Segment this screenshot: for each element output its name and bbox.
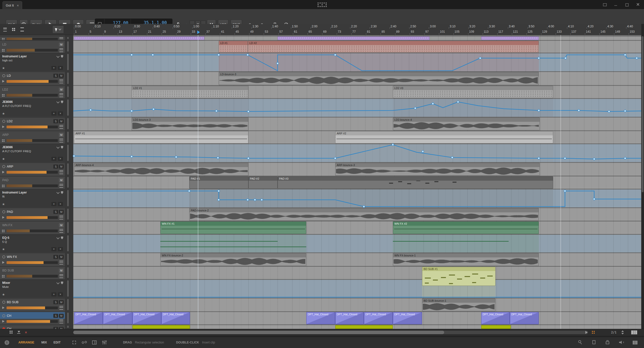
mute-button[interactable]: M xyxy=(59,268,64,273)
clip-lane[interactable]: LD2-bounce-3LD2-bounce-4 xyxy=(73,117,641,130)
pin-icon[interactable] xyxy=(61,237,63,239)
pin-icon[interactable] xyxy=(61,146,63,149)
star-icon[interactable]: ★ xyxy=(2,157,5,161)
record-arm-button[interactable] xyxy=(2,120,5,123)
track-header-ld2[interactable]: LD2SM xyxy=(0,117,65,130)
automation-lane-header-je8086[interactable]: JE8086A FLT CUTOFF FREQ★+× xyxy=(0,99,65,117)
clip-dpt-hat-closed[interactable]: DPT_Hat_Closed xyxy=(393,312,422,324)
track-header-ld[interactable]: LDM xyxy=(0,41,65,53)
display-profile-icon[interactable] xyxy=(603,3,607,7)
remove-automation-lane-button[interactable]: × xyxy=(58,292,63,296)
add-automation-lane-button[interactable]: + xyxy=(51,157,56,161)
grid-view-button[interactable] xyxy=(10,26,17,33)
pin-icon[interactable] xyxy=(61,101,63,103)
solo-button[interactable]: S xyxy=(53,210,58,214)
automation-parameter[interactable]: A FLT CUTOFF FREQ xyxy=(0,149,65,153)
chevron-down-icon[interactable] xyxy=(56,145,60,149)
maximize-icon[interactable] xyxy=(625,3,629,7)
mute-button[interactable]: M xyxy=(59,314,64,318)
automation-lane-header-instrument-layer[interactable]: Instrument Layerflt★+× xyxy=(0,189,65,207)
chevron-down-icon[interactable] xyxy=(56,281,60,284)
track-header-arp[interactable]: ARPSM xyxy=(0,163,65,176)
track-header-arp[interactable]: ARPM xyxy=(0,131,65,143)
record-arm-button[interactable] xyxy=(2,301,5,304)
automation-parameter[interactable]: high oct xyxy=(0,58,65,62)
track-scroll-handle[interactable] xyxy=(67,54,69,70)
remove-automation-lane-button[interactable]: × xyxy=(58,247,63,251)
clip-arp-bounce-4[interactable]: ARP-bounce-4 xyxy=(74,163,248,176)
clip-lane[interactable]: WN FX-bounce-2WN FX-bounce-1 xyxy=(73,253,641,266)
mute-button[interactable]: M xyxy=(59,327,64,329)
play-icon[interactable] xyxy=(2,320,5,323)
automation-lane[interactable] xyxy=(73,280,641,298)
menu-icon[interactable] xyxy=(59,125,63,129)
clip-dpt-hat-closed[interactable]: DPT_Hat_Closed xyxy=(306,312,335,324)
track-header-wn-fx[interactable]: WN FXSM xyxy=(0,253,65,266)
chevron-down-icon[interactable] xyxy=(56,236,60,239)
track-header-ld[interactable]: LDSM xyxy=(0,72,65,85)
track-scroll-handle[interactable] xyxy=(67,313,69,323)
grid-icon[interactable] xyxy=(2,139,5,142)
clip-ld2-bounce-3[interactable]: LD2-bounce-3 xyxy=(132,118,248,130)
track-header-top[interactable] xyxy=(0,36,65,40)
zoom-level[interactable]: 2/1 xyxy=(611,331,617,334)
clip-pad-2[interactable]: PAD #2 xyxy=(248,176,278,189)
automation-parameter[interactable]: 5 Q xyxy=(0,240,65,243)
clip-lane[interactable]: BD SUB #1 xyxy=(73,266,641,279)
grid-icon[interactable] xyxy=(2,49,5,52)
menu-icon[interactable] xyxy=(59,93,63,97)
add-automation-lane-button[interactable]: + xyxy=(51,66,56,70)
clip-pad-3[interactable]: PAD #3 xyxy=(278,176,553,189)
track-scroll-handle[interactable] xyxy=(67,72,69,84)
grid-icon[interactable] xyxy=(2,184,5,187)
track-header-pad[interactable]: PADSM xyxy=(0,208,65,221)
mute-button[interactable]: M xyxy=(59,88,64,92)
star-icon[interactable]: ★ xyxy=(2,66,5,70)
track-scroll-handle[interactable] xyxy=(67,99,69,116)
remove-automation-lane-button[interactable]: × xyxy=(58,111,63,115)
document-icon[interactable] xyxy=(592,340,597,345)
grid-icon[interactable] xyxy=(2,275,5,278)
automation-parameter[interactable]: A FLT CUTOFF FREQ xyxy=(0,104,65,107)
track-header-ch[interactable]: CHSM xyxy=(0,325,65,329)
clip-dpt-hat-closed[interactable]: DPT_Hat_Closed xyxy=(335,312,364,324)
clip-lane[interactable]: BD SUB-bounce-1 xyxy=(73,298,641,311)
track-scroll-handle[interactable] xyxy=(67,299,69,310)
project-tab[interactable]: Got It × xyxy=(3,1,22,9)
automation-lane[interactable] xyxy=(73,99,641,117)
project-tab-close-icon[interactable]: × xyxy=(17,4,19,8)
remove-automation-lane-button[interactable]: × xyxy=(58,202,63,206)
minimize-icon[interactable] xyxy=(614,3,618,7)
clip-wn-fx-1[interactable]: WN FX #1 xyxy=(160,221,306,234)
track-scroll-handle[interactable] xyxy=(67,163,69,175)
track-scroll-handle[interactable] xyxy=(67,41,69,52)
automation-lane-header-eq-5[interactable]: EQ-55 Q★+× xyxy=(0,235,65,252)
play-icon[interactable] xyxy=(2,306,5,310)
automation-lane[interactable] xyxy=(73,53,641,71)
clip[interactable] xyxy=(481,325,511,329)
star-icon[interactable]: ★ xyxy=(2,248,5,251)
clip-lane[interactable]: WN FX #1WN FX #2 xyxy=(73,221,641,234)
follow-playhead-icon[interactable] xyxy=(585,331,588,334)
clip-dpt-hat-closed[interactable]: DPT_Hat_Closed xyxy=(132,312,161,324)
clip[interactable] xyxy=(335,325,393,329)
track-header-bd-sub[interactable]: BD SUBSM xyxy=(0,298,65,311)
track-header-wn-fx[interactable]: WN FXM xyxy=(0,221,65,234)
add-automation-lane-button[interactable]: + xyxy=(51,292,56,296)
solo-button[interactable]: S xyxy=(53,119,58,123)
clip-lane[interactable]: LD #1LD #2 xyxy=(73,41,641,53)
grid-icon[interactable] xyxy=(2,37,5,40)
clip-ld-2[interactable]: LD #2 xyxy=(248,41,539,53)
track-scroll-handle[interactable] xyxy=(67,235,69,251)
clip-dpt-hat-closed[interactable]: DPT_Hat_Closed xyxy=(103,312,132,324)
play-icon[interactable] xyxy=(2,80,5,83)
track-scroll-handle[interactable] xyxy=(67,254,69,265)
clip-bd-sub-1[interactable]: BD SUB #1 xyxy=(422,267,496,286)
track-scroll-handle[interactable] xyxy=(67,132,69,142)
clip-lane[interactable] xyxy=(73,36,641,40)
tab-mix[interactable]: MIX xyxy=(41,341,47,344)
grid-icon[interactable] xyxy=(2,229,5,233)
track-scroll-handle[interactable] xyxy=(67,222,69,233)
clip[interactable] xyxy=(278,36,430,40)
menu-icon[interactable] xyxy=(59,48,63,52)
